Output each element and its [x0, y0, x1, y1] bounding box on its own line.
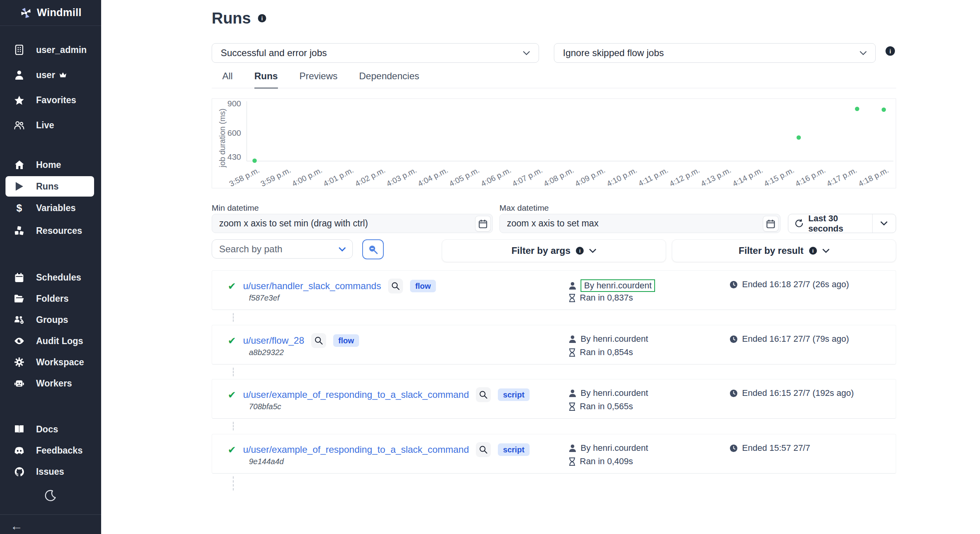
sidebar-item-audit-logs[interactable]: Audit Logs: [0, 330, 101, 352]
windmill-logo-icon: [20, 7, 32, 19]
collapse-sidebar-arrow-icon[interactable]: ←: [10, 519, 23, 533]
sidebar-item-folders[interactable]: Folders: [0, 288, 101, 309]
sidebar-item-groups[interactable]: Groups: [0, 309, 101, 330]
success-check-icon: ✔: [228, 336, 236, 346]
time-range-button[interactable]: Last 30 seconds: [788, 214, 896, 233]
min-datetime-wrap: [212, 214, 493, 233]
sidebar-item-favorites[interactable]: Favorites: [0, 87, 101, 113]
sidebar-item-workers[interactable]: Workers: [0, 373, 101, 394]
tab-all[interactable]: All: [222, 71, 233, 89]
inspect-run-button[interactable]: [388, 279, 403, 293]
min-datetime-calendar-button[interactable]: [475, 216, 491, 231]
play-icon: [14, 182, 24, 191]
args-info-icon[interactable]: i: [576, 247, 584, 255]
chart-x-tick-label: 4:04 p.m.: [416, 166, 450, 188]
sidebar-item-schedules[interactable]: Schedules: [0, 267, 101, 288]
timeline-connector: [233, 313, 234, 322]
clock-icon: [730, 281, 738, 289]
home-icon: [14, 160, 24, 169]
run-row[interactable]: ✔ u/user/handler_slack_commands flow f58…: [212, 270, 896, 310]
run-row[interactable]: ✔ u/user/example_of_responding_to_a_slac…: [212, 434, 896, 474]
run-duration: Ran in 0,837s: [580, 293, 633, 303]
max-datetime-calendar-button[interactable]: [763, 216, 779, 231]
inspect-run-button[interactable]: [476, 442, 491, 457]
search-path-input[interactable]: [212, 239, 353, 259]
cubes-icon: [14, 226, 24, 236]
chart-data-point[interactable]: [797, 135, 801, 140]
runs-info-icon[interactable]: i: [258, 14, 266, 22]
run-ended: Ended 16:17 27/7 (79s ago): [742, 334, 849, 344]
search-button[interactable]: [362, 239, 384, 259]
filter-by-result-button[interactable]: Filter by result i: [672, 239, 896, 262]
min-datetime-input[interactable]: [212, 214, 493, 233]
run-by: By henri.courdent: [581, 443, 648, 453]
sidebar-item-variables[interactable]: $ Variables: [0, 197, 101, 219]
app-logo[interactable]: Windmill: [0, 0, 101, 26]
tab-previews[interactable]: Previews: [299, 71, 338, 89]
run-row[interactable]: ✔ u/user/example_of_responding_to_a_slac…: [212, 379, 896, 419]
max-datetime-wrap: [499, 214, 780, 233]
github-icon: [14, 467, 24, 477]
sidebar-item-workspace[interactable]: Workspace: [0, 352, 101, 373]
tab-dependencies[interactable]: Dependencies: [359, 71, 419, 89]
time-range-chevron[interactable]: [873, 221, 896, 226]
chart-x-tick-label: 4:18 p.m.: [857, 166, 890, 188]
sidebar-item-user-admin[interactable]: user_admin: [0, 37, 101, 62]
sidebar-item-live[interactable]: Live: [0, 113, 101, 138]
inspect-run-button[interactable]: [476, 387, 491, 402]
eye-icon: [14, 337, 24, 345]
sidebar-item-resources[interactable]: Resources: [0, 219, 101, 242]
run-path-link[interactable]: u/user/flow_28: [243, 335, 304, 346]
zoom-out-icon: [368, 244, 378, 255]
run-kind-badge: flow: [410, 280, 436, 292]
runs-duration-chart[interactable]: job duration (ms) 9006004303:58 p.m.3:59…: [212, 98, 896, 188]
magnifier-icon: [391, 282, 400, 290]
sidebar-item-label: Audit Logs: [36, 336, 83, 346]
run-path-link[interactable]: u/user/example_of_responding_to_a_slack_…: [243, 389, 469, 400]
chart-x-tick-label: 4:13 p.m.: [699, 166, 733, 188]
chart-data-point[interactable]: [252, 159, 257, 163]
filters-info-icon[interactable]: i: [886, 46, 895, 56]
sidebar-item-label: Feedbacks: [36, 445, 83, 456]
skip-filter-select[interactable]: Ignore skipped flow jobs: [554, 43, 876, 63]
run-duration: Ran in 0,854s: [580, 347, 633, 357]
search-by-path-wrap: [212, 239, 353, 259]
run-hash: f587e3ef: [249, 293, 279, 303]
max-datetime-input[interactable]: [499, 214, 780, 233]
tab-runs[interactable]: Runs: [254, 71, 278, 89]
sidebar-item-home[interactable]: Home: [0, 153, 101, 176]
sidebar-item-docs[interactable]: Docs: [0, 419, 101, 440]
clock-icon: [730, 389, 738, 397]
chart-x-tick-label: 4:11 p.m.: [637, 166, 670, 188]
result-info-icon[interactable]: i: [809, 247, 817, 255]
run-duration: Ran in 0,565s: [580, 401, 633, 412]
run-by: By henri.courdent: [581, 334, 648, 344]
filter-args-label: Filter by args: [512, 245, 571, 256]
sidebar-item-user[interactable]: user: [0, 62, 101, 87]
chart-x-tick-label: 4:09 p.m.: [573, 166, 607, 188]
sidebar-item-label: Live: [36, 120, 54, 131]
chevron-down-icon: [589, 249, 596, 253]
chart-data-point[interactable]: [882, 108, 886, 112]
sidebar-workspace-group: user_admin user Favorites Live: [0, 37, 101, 138]
chart-x-tick-label: 3:58 p.m.: [228, 166, 261, 188]
chart-data-point[interactable]: [855, 107, 859, 111]
dark-mode-toggle[interactable]: [45, 490, 56, 501]
run-row[interactable]: ✔ u/user/flow_28 flow a8b29322 By henri.…: [212, 325, 896, 365]
run-hash: a8b29322: [249, 348, 284, 357]
success-check-icon: ✔: [228, 445, 236, 455]
sidebar-item-runs[interactable]: Runs: [5, 176, 94, 197]
app-name: Windmill: [37, 7, 82, 19]
sidebar-item-label: user_admin: [36, 45, 87, 55]
main-content: Runs i Successful and error jobs Ignore …: [101, 0, 980, 534]
run-path-link[interactable]: u/user/example_of_responding_to_a_slack_…: [243, 444, 469, 455]
sidebar-item-feedbacks[interactable]: Feedbacks: [0, 440, 101, 461]
run-path-link[interactable]: u/user/handler_slack_commands: [243, 281, 381, 292]
chart-y-tick-label: 430: [215, 152, 241, 162]
chart-x-tick-label: 4:12 p.m.: [668, 166, 701, 188]
sidebar-item-issues[interactable]: Issues: [0, 461, 101, 482]
filter-by-args-button[interactable]: Filter by args i: [442, 239, 666, 262]
skip-filter-value: Ignore skipped flow jobs: [563, 47, 860, 58]
status-filter-select[interactable]: Successful and error jobs: [212, 43, 539, 63]
inspect-run-button[interactable]: [311, 333, 326, 348]
